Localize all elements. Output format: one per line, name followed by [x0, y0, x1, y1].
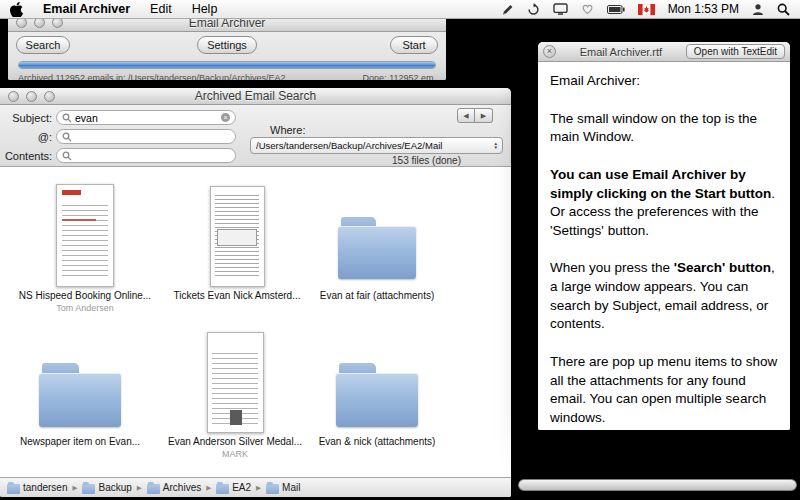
close-button[interactable]: ×: [543, 45, 556, 58]
archive-progress-fill: [19, 62, 435, 68]
search-icon: [62, 113, 72, 123]
rtf-document-body: Email Archiver: The small window on the …: [538, 62, 790, 430]
window-title: Email Archiver.rtf: [556, 46, 686, 58]
search-form: Subject: × @: Contents: ◀ ▶ Where: /User…: [0, 105, 511, 167]
rtf-paragraph: Email Archiver:: [550, 72, 778, 91]
search-button[interactable]: Search: [16, 36, 70, 54]
spotlight-icon[interactable]: [777, 3, 790, 16]
minimize-button[interactable]: [26, 91, 37, 102]
file-item[interactable]: Newspaper item on Evan...: [5, 327, 155, 449]
window-email-archiver-rtf: × Email Archiver.rtf Open with TextEdit …: [538, 42, 790, 430]
file-item[interactable]: Evan Anderson Silver Medal... MARK: [160, 327, 310, 459]
apple-menu[interactable]: [0, 0, 33, 18]
horizontal-scrollbar[interactable]: [518, 479, 797, 491]
chevron-right-icon: ▶: [256, 484, 261, 492]
chevron-right-icon: ▶: [206, 484, 211, 492]
path-item[interactable]: Backup: [82, 482, 131, 494]
address-input[interactable]: [75, 131, 230, 143]
search-results-icon-view: NS Hispeed Booking Online... Tom Anderse…: [0, 167, 511, 477]
rtf-title-bar[interactable]: × Email Archiver.rtf Open with TextEdit: [538, 42, 790, 62]
clear-icon[interactable]: ×: [221, 113, 230, 122]
rtf-paragraph: You can use Email Archiver by simply cli…: [550, 166, 778, 241]
file-item[interactable]: Tickets Evan Nick Amsterd...: [162, 181, 312, 303]
document-thumbnail: [210, 186, 265, 287]
file-item[interactable]: NS Hispeed Booking Online... Tom Anderse…: [10, 181, 160, 313]
forward-button[interactable]: ▶: [475, 108, 493, 123]
search-icon: [62, 132, 72, 142]
path-item[interactable]: Mail: [266, 482, 300, 494]
display-icon[interactable]: [553, 3, 568, 15]
menu-bar-status-area: Mon 1:53 PM: [501, 2, 800, 16]
file-item[interactable]: Evan at fair (attachments): [302, 181, 452, 303]
path-item[interactable]: EA2: [216, 482, 251, 494]
menu-item-edit[interactable]: Edit: [140, 0, 182, 18]
path-bar: tandersen ▶ Backup ▶ Archives ▶ EA2 ▶ Ma…: [0, 477, 511, 497]
path-item[interactable]: tandersen: [7, 482, 67, 494]
user-icon[interactable]: [752, 3, 764, 15]
path-name: Archives: [163, 482, 201, 493]
file-sublabel: MARK: [222, 449, 248, 459]
path-name: EA2: [232, 482, 251, 493]
where-popup-menu[interactable]: /Users/tandersen/Backup/Archives/EA2/Mai…: [250, 137, 503, 154]
archiver-content: Search Settings Start Archived 112952 em…: [8, 32, 446, 80]
file-name: Evan Anderson Silver Medal...: [168, 436, 302, 448]
file-sublabel: Tom Andersen: [56, 303, 114, 313]
battery-icon[interactable]: [607, 5, 625, 14]
folder-icon: [338, 217, 416, 279]
file-name: Newspaper item on Evan...: [20, 436, 140, 448]
folder-icon: [266, 484, 279, 494]
back-button[interactable]: ◀: [457, 108, 475, 123]
archive-status-text: Archived 112952 emails in: /Users/tander…: [18, 73, 288, 80]
files-count: 153 files (done): [392, 155, 461, 166]
contents-label: Contents:: [0, 150, 52, 162]
close-button[interactable]: [8, 91, 19, 102]
window-title: Archived Email Search: [0, 89, 511, 103]
zoom-button[interactable]: [44, 91, 55, 102]
heart-icon[interactable]: [581, 3, 594, 15]
history-nav-buttons: ◀ ▶: [457, 108, 493, 123]
search-icon: [62, 151, 72, 161]
window-email-archiver: Email Archiver Search Settings Start Arc…: [8, 14, 446, 80]
canada-flag-icon[interactable]: [638, 4, 655, 15]
path-name: tandersen: [23, 482, 67, 493]
subject-search-field[interactable]: ×: [56, 110, 236, 125]
chevron-right-icon: ▶: [137, 484, 142, 492]
contents-input[interactable]: [75, 150, 230, 162]
chevron-right-icon: ▶: [72, 484, 77, 492]
path-name: Mail: [282, 482, 300, 493]
folder-icon: [7, 484, 20, 494]
traffic-lights: [8, 88, 55, 104]
menu-bar: Email Archiver Edit Help Mon 1:53 PM: [0, 0, 800, 19]
menu-item-app[interactable]: Email Archiver: [33, 0, 140, 18]
apple-icon: [10, 2, 23, 17]
menu-bar-clock[interactable]: Mon 1:53 PM: [668, 2, 739, 16]
popup-arrows-icon: ▲▼: [492, 142, 500, 150]
rtf-paragraph: When you press the 'Search' button, a la…: [550, 259, 778, 334]
folder-icon: [147, 484, 160, 494]
file-name: Evan at fair (attachments): [320, 290, 435, 302]
open-with-textedit-button[interactable]: Open with TextEdit: [686, 44, 785, 59]
file-item[interactable]: Evan & nick (attachments): [302, 327, 452, 449]
window-archived-email-search: Archived Email Search Subject: × @: Cont…: [0, 88, 511, 497]
subject-label: Subject:: [0, 112, 52, 124]
address-search-field[interactable]: [56, 129, 236, 144]
pen-tablet-icon[interactable]: [501, 3, 514, 16]
file-name: Tickets Evan Nick Amsterd...: [174, 290, 301, 302]
path-item[interactable]: Archives: [147, 482, 201, 494]
archive-progress-bar: [18, 61, 436, 69]
rtf-paragraph: There are pop up menu items to show all …: [550, 353, 778, 428]
file-name: NS Hispeed Booking Online...: [19, 290, 151, 302]
sync-icon[interactable]: [527, 3, 540, 16]
contents-search-field[interactable]: [56, 148, 236, 163]
start-button[interactable]: Start: [390, 36, 438, 54]
file-name: Evan & nick (attachments): [319, 436, 436, 448]
search-title-bar[interactable]: Archived Email Search: [0, 88, 511, 105]
folder-icon: [82, 484, 95, 494]
settings-button[interactable]: Settings: [197, 36, 257, 54]
subject-input[interactable]: [75, 112, 218, 124]
menu-item-help[interactable]: Help: [182, 0, 228, 18]
folder-icon: [336, 363, 418, 427]
folder-icon: [216, 484, 229, 494]
path-name: Backup: [98, 482, 131, 493]
archive-done-text: Done: 112952 em...: [363, 73, 441, 80]
